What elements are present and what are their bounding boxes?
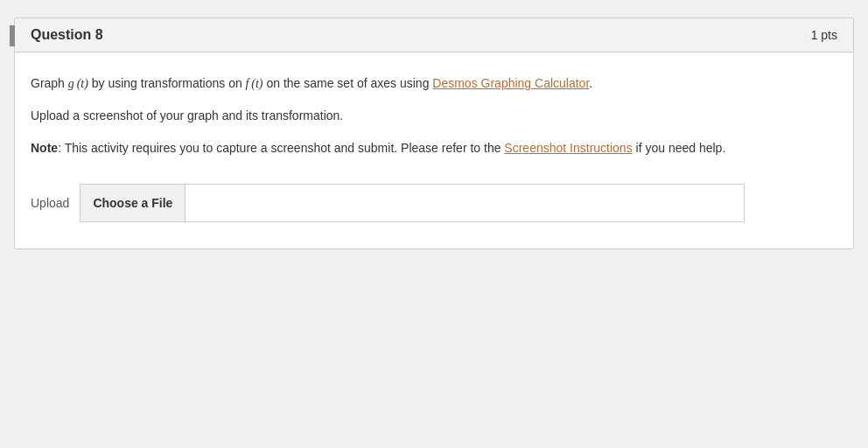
note-paragraph: Note: This activity requires you to capt… bbox=[31, 138, 837, 158]
screenshot-instructions-link[interactable]: Screenshot Instructions bbox=[504, 141, 632, 155]
question-points: 1 pts bbox=[811, 28, 837, 42]
function-g-arg: (t) bbox=[77, 77, 88, 90]
function-f-arg: (t) bbox=[251, 77, 262, 90]
question-card: Question 8 1 pts Graph g (t) by using tr… bbox=[14, 18, 854, 249]
note-text-end: if you need help. bbox=[633, 141, 726, 155]
function-f: f bbox=[246, 77, 249, 90]
note-text-middle: : This activity requires you to capture … bbox=[58, 141, 504, 155]
function-g: g bbox=[68, 77, 74, 90]
question-paragraph-1: Graph g (t) by using transformations on … bbox=[31, 74, 837, 94]
question-header: Question 8 1 pts bbox=[15, 18, 853, 52]
upload-row: Upload Choose a File bbox=[31, 184, 837, 222]
question-body: Graph g (t) by using transformations on … bbox=[15, 52, 853, 248]
desmos-link[interactable]: Desmos Graphing Calculator bbox=[432, 76, 589, 90]
note-label: Note bbox=[31, 141, 58, 155]
choose-file-button[interactable]: Choose a File bbox=[80, 185, 186, 221]
left-indicator bbox=[10, 25, 15, 46]
upload-input-area: Choose a File bbox=[80, 184, 745, 222]
question-paragraph-2: Upload a screenshot of your graph and it… bbox=[31, 106, 837, 125]
upload-label: Upload bbox=[31, 196, 69, 210]
question-title: Question 8 bbox=[31, 27, 103, 43]
